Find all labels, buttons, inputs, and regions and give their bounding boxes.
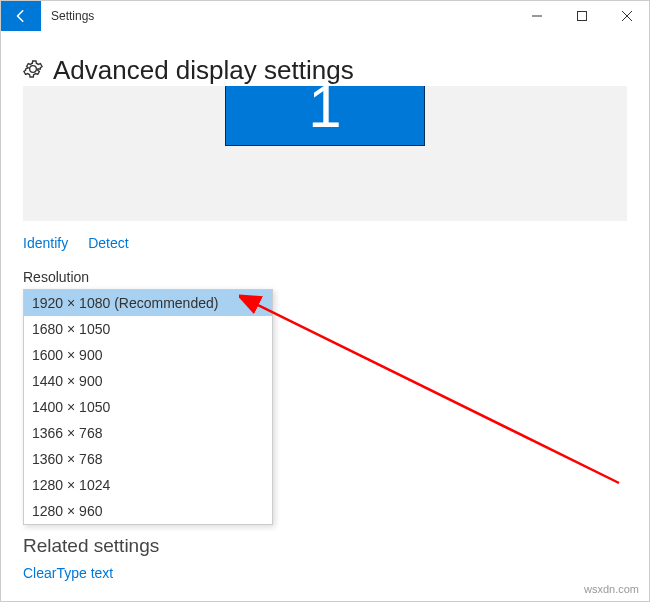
svg-rect-1 <box>577 12 586 21</box>
detect-link[interactable]: Detect <box>88 235 128 251</box>
watermark: wsxdn.com <box>584 583 639 595</box>
minimize-icon <box>532 11 542 21</box>
back-button[interactable] <box>1 1 41 31</box>
resolution-option[interactable]: 1366 × 768 <box>24 420 272 446</box>
maximize-button[interactable] <box>559 1 604 31</box>
page-heading-row: Advanced display settings <box>23 55 627 86</box>
resolution-dropdown[interactable]: 1920 × 1080 (Recommended) 1680 × 1050 16… <box>23 289 273 525</box>
maximize-icon <box>577 11 587 21</box>
window-title: Settings <box>41 9 94 23</box>
titlebar: Settings <box>1 1 649 31</box>
gear-icon <box>23 59 43 83</box>
resolution-option[interactable]: 1440 × 900 <box>24 368 272 394</box>
display-tile-1[interactable]: 1 <box>225 86 425 146</box>
resolution-option[interactable]: 1400 × 1050 <box>24 394 272 420</box>
related-settings-heading: Related settings <box>23 535 627 557</box>
close-button[interactable] <box>604 1 649 31</box>
resolution-option[interactable]: 1600 × 900 <box>24 342 272 368</box>
identify-link[interactable]: Identify <box>23 235 68 251</box>
minimize-button[interactable] <box>514 1 559 31</box>
resolution-option[interactable]: 1280 × 1024 <box>24 472 272 498</box>
content-area: Advanced display settings 1 Identify Det… <box>1 31 649 581</box>
page-title: Advanced display settings <box>53 55 354 86</box>
window-controls <box>514 1 649 31</box>
display-number: 1 <box>308 86 341 141</box>
resolution-option[interactable]: 1360 × 768 <box>24 446 272 472</box>
display-preview-area: 1 <box>23 86 627 221</box>
cleartype-link[interactable]: ClearType text <box>23 565 627 581</box>
resolution-label: Resolution <box>23 269 627 285</box>
close-icon <box>622 11 632 21</box>
display-links-row: Identify Detect <box>23 235 627 251</box>
resolution-option[interactable]: 1280 × 960 <box>24 498 272 524</box>
resolution-option[interactable]: 1920 × 1080 (Recommended) <box>24 290 272 316</box>
resolution-option[interactable]: 1680 × 1050 <box>24 316 272 342</box>
arrow-left-icon <box>14 9 28 23</box>
